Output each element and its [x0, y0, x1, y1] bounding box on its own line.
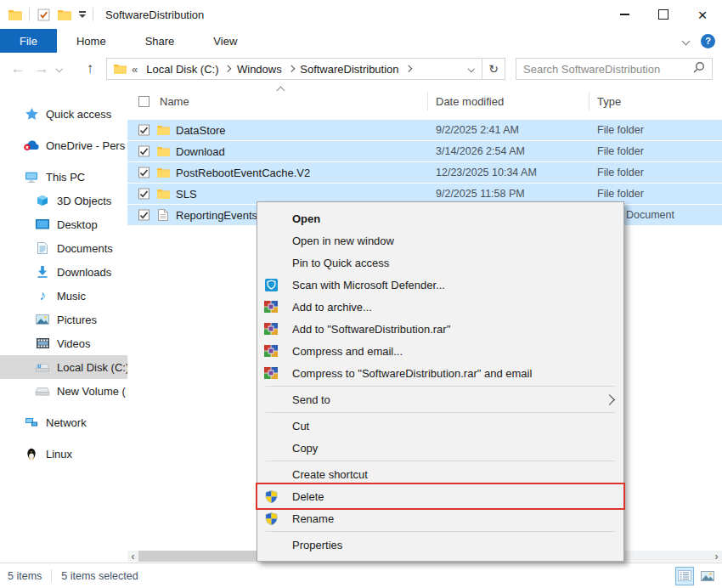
address-bar-controls: ↻ — [461, 59, 505, 79]
tab-file[interactable]: File — [0, 29, 57, 53]
sidebar-item-label: Linux — [46, 448, 72, 461]
thumbnails-view-button[interactable] — [698, 567, 717, 585]
scroll-left-arrow-icon[interactable]: ‹ — [127, 551, 138, 562]
maximize-button[interactable] — [644, 0, 683, 29]
forward-button[interactable]: → — [32, 53, 51, 85]
sidebar-item-local-disk-c[interactable]: Local Disk (C:) — [0, 355, 127, 379]
folder-icon — [155, 189, 171, 199]
scroll-right-arrow-icon[interactable]: › — [711, 551, 722, 562]
address-dropdown-chevron-icon[interactable] — [461, 59, 482, 79]
sidebar-item-music[interactable]: ♪Music — [0, 284, 127, 308]
address-bar[interactable]: « Local Disk (C:)WindowsSoftwareDistribu… — [106, 58, 505, 80]
menu-item-label: Create shortcut — [292, 468, 368, 481]
breadcrumb-chevron-icon[interactable] — [288, 65, 295, 72]
tab-view[interactable]: View — [194, 29, 257, 53]
sidebar-item-documents[interactable]: Documents — [0, 236, 127, 260]
menu-item-compress-and-email[interactable]: Compress and email... — [257, 340, 623, 362]
row-checkbox[interactable] — [138, 189, 149, 200]
menu-item-copy[interactable]: Copy — [257, 437, 623, 459]
quick-access-toolbar — [0, 8, 93, 21]
menu-item-properties[interactable]: Properties — [257, 534, 623, 556]
column-header-date-modified[interactable]: Date modified — [436, 95, 504, 108]
sidebar-item-desktop[interactable]: Desktop — [0, 212, 127, 236]
close-button[interactable]: × — [683, 0, 722, 29]
table-row[interactable]: Download3/14/2026 2:54 AMFile folder — [127, 141, 722, 161]
sidebar-item-downloads[interactable]: Downloads — [0, 260, 127, 284]
qat-customize-dropdown-icon[interactable] — [78, 10, 87, 19]
menu-icon-spacer — [264, 419, 278, 433]
select-all-checkbox[interactable] — [138, 96, 149, 107]
menu-item-send-to[interactable]: Send to — [257, 388, 623, 410]
folder-icon — [155, 125, 171, 135]
column-separator[interactable] — [427, 92, 428, 110]
row-checkbox[interactable] — [138, 125, 149, 136]
details-view-button[interactable] — [675, 567, 694, 585]
column-header-name[interactable]: Name — [160, 95, 189, 108]
sidebar-item-label: Desktop — [57, 218, 98, 231]
ribbon-tab-bar: FileHomeShareView ? — [0, 29, 722, 54]
menu-item-rename[interactable]: Rename — [257, 507, 623, 529]
menu-item-cut[interactable]: Cut — [257, 415, 623, 437]
qat-new-folder-icon[interactable] — [57, 9, 72, 20]
breadcrumb: Local Disk (C:)WindowsSoftwareDistributi… — [142, 63, 413, 76]
minimize-button[interactable] — [605, 0, 644, 29]
breadcrumb-item[interactable]: Windows — [233, 63, 286, 76]
menu-item-create-shortcut[interactable]: Create shortcut — [257, 463, 623, 485]
table-row[interactable]: PostRebootEventCache.V212/23/2025 10:34 … — [127, 162, 722, 183]
back-button[interactable]: ← — [8, 53, 27, 85]
quick-access-star-icon — [24, 108, 39, 120]
sidebar-item-this-pc[interactable]: This PC — [0, 165, 127, 189]
menu-item-label: Compress to "SoftwareDistribution.rar" a… — [292, 367, 532, 380]
menu-item-open[interactable]: Open — [257, 207, 623, 229]
breadcrumb-item[interactable]: Local Disk (C:) — [142, 63, 223, 76]
menu-item-delete[interactable]: Delete — [257, 485, 623, 507]
menu-item-pin-to-quick-access[interactable]: Pin to Quick access — [257, 252, 623, 274]
ribbon-tabs: FileHomeShareView — [0, 29, 257, 53]
menu-item-compress-to-softwaredistribution-rar-and-email[interactable]: Compress to "SoftwareDistribution.rar" a… — [257, 362, 623, 384]
menu-separator — [266, 386, 615, 387]
row-checkbox[interactable] — [138, 167, 149, 178]
column-header-type[interactable]: Type — [597, 95, 621, 108]
expand-ribbon-chevron-icon[interactable] — [682, 37, 691, 45]
qat-properties-check-icon[interactable] — [36, 8, 51, 21]
recent-locations-chevron-icon[interactable] — [53, 53, 66, 85]
up-button[interactable]: ↑ — [80, 53, 100, 85]
sidebar-item-quick-access[interactable]: Quick access — [0, 102, 127, 126]
menu-icon-spacer — [264, 212, 278, 225]
table-row[interactable]: DataStore9/2/2025 2:41 AMFile folder — [127, 120, 722, 140]
help-icon[interactable]: ? — [701, 34, 715, 48]
sidebar-item-linux[interactable]: Linux — [0, 442, 127, 466]
search-icon[interactable] — [693, 61, 705, 76]
menu-item-label: Properties — [292, 539, 342, 551]
sidebar-item-pictures[interactable]: Pictures — [0, 308, 127, 331]
breadcrumb-chevron-icon[interactable] — [224, 65, 231, 72]
sidebar-item-new-volume[interactable]: New Volume ( — [0, 379, 127, 403]
tab-share[interactable]: Share — [126, 29, 195, 53]
menu-item-open-in-new-window[interactable]: Open in new window — [257, 229, 623, 252]
tab-home[interactable]: Home — [57, 29, 126, 53]
videos-icon — [35, 338, 50, 348]
row-checkbox[interactable] — [138, 210, 149, 221]
sidebar-item-3d-objects[interactable]: 3D Objects — [0, 189, 127, 212]
refresh-icon[interactable]: ↻ — [482, 59, 505, 79]
column-separator[interactable] — [589, 92, 589, 110]
file-name: DataStore — [176, 124, 226, 137]
submenu-arrow-icon — [604, 394, 615, 405]
file-type: File folder — [597, 145, 644, 157]
winrar-icon — [264, 300, 278, 314]
close-icon: × — [697, 7, 707, 23]
breadcrumb-chevron-icon[interactable] — [404, 65, 411, 72]
sidebar-item-onedrive-pers[interactable]: OneDrive - Pers — [0, 133, 127, 157]
search-box[interactable]: Search SoftwareDistribution — [516, 58, 713, 80]
sidebar-item-network[interactable]: Network — [0, 410, 127, 434]
breadcrumb-item[interactable]: SoftwareDistribution — [296, 63, 403, 76]
menu-icon-spacer — [264, 393, 278, 406]
document-icon — [155, 209, 171, 221]
breadcrumb-overflow-chevron[interactable]: « — [127, 63, 142, 76]
menu-item-scan-with-microsoft-defender[interactable]: Scan with Microsoft Defender... — [257, 274, 623, 296]
file-name: ReportingEvents — [176, 209, 257, 222]
menu-item-add-to-archive[interactable]: Add to archive... — [257, 296, 623, 318]
sidebar-item-videos[interactable]: Videos — [0, 331, 127, 355]
row-checkbox[interactable] — [138, 146, 149, 157]
menu-item-add-to-softwaredistribution-rar[interactable]: Add to "SoftwareDistribution.rar" — [257, 318, 623, 340]
